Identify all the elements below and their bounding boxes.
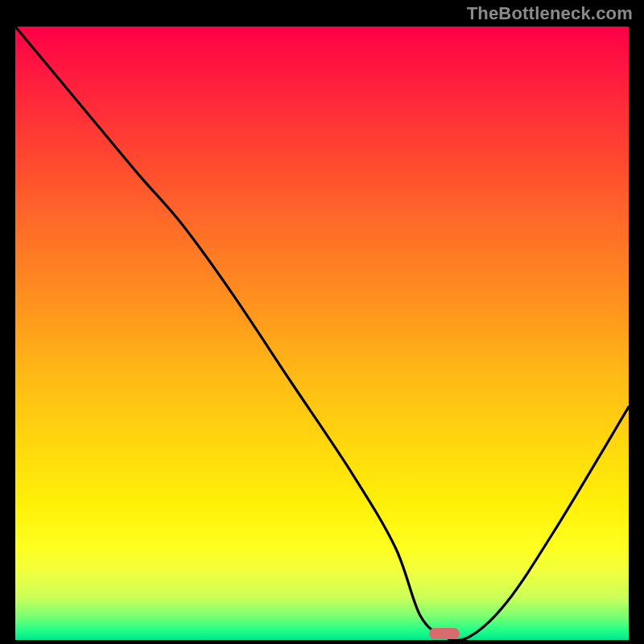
plot-area xyxy=(15,27,629,640)
watermark-text: TheBottleneck.com xyxy=(467,3,633,24)
chart-frame xyxy=(13,24,631,642)
optimal-marker xyxy=(429,628,460,639)
curve-svg xyxy=(15,27,629,640)
bottleneck-curve xyxy=(15,27,629,640)
